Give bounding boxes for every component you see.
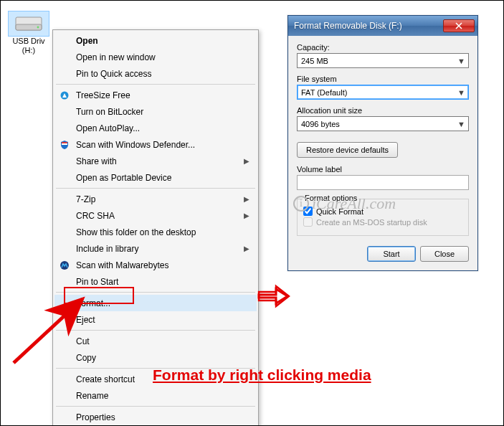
chevron-right-icon: ▶ — [244, 245, 249, 252]
menu-item-eject[interactable]: Eject — [54, 311, 257, 328]
capacity-select[interactable]: 245 MB ▼ — [297, 53, 469, 68]
filesystem-label: File system — [297, 75, 469, 83]
menu-item-7-zip[interactable]: 7-Zip▶ — [54, 191, 257, 207]
dialog-titlebar[interactable]: Format Removable Disk (F:) — [288, 16, 477, 36]
volume-label-label: Volume label — [297, 165, 469, 174]
menu-item-turn-on-bitlocker[interactable]: Turn on BitLocker — [54, 103, 257, 120]
quick-format-input[interactable] — [303, 207, 313, 216]
annotation-caption: Format by right clicking media — [153, 366, 371, 384]
menu-item-label: Create shortcut — [76, 374, 135, 384]
menu-item-label: Open in new window — [76, 52, 156, 62]
menu-item-open-autoplay[interactable]: Open AutoPlay... — [54, 120, 257, 136]
menu-separator — [56, 330, 255, 331]
menu-item-pin-to-quick-access[interactable]: Pin to Quick access — [54, 65, 257, 82]
chevron-down-icon: ▼ — [456, 87, 467, 98]
close-button[interactable] — [443, 19, 475, 32]
allocation-select[interactable]: 4096 bytes ▼ — [297, 116, 469, 131]
menu-separator — [56, 292, 255, 293]
quick-format-checkbox[interactable]: Quick Format — [303, 207, 462, 216]
chevron-right-icon: ▶ — [244, 195, 249, 203]
format-dialog: Format Removable Disk (F:) Capacity: 245… — [287, 15, 478, 271]
close-icon — [455, 22, 462, 29]
dialog-title: Format Removable Disk (F:) — [294, 21, 402, 31]
menu-item-format[interactable]: Format... — [54, 295, 257, 311]
menu-item-label: Turn on BitLocker — [76, 107, 143, 117]
menu-item-share-with[interactable]: Share with▶ — [54, 153, 257, 169]
menu-item-label: Eject — [76, 315, 95, 325]
menu-item-cut[interactable]: Cut — [54, 333, 257, 349]
treesize-icon — [59, 90, 70, 101]
menu-item-label: Open as Portable Device — [76, 173, 171, 183]
menu-item-label: Show this folder on the desktop — [76, 227, 196, 237]
menu-item-label: Open AutoPlay... — [76, 123, 140, 133]
chevron-down-icon: ▼ — [456, 118, 467, 129]
filesystem-select[interactable]: FAT (Default) ▼ — [297, 85, 469, 100]
menu-item-label: Cut — [76, 336, 90, 346]
menu-item-label: Copy — [76, 353, 96, 363]
msdos-checkbox: Create an MS-DOS startup disk — [303, 217, 462, 227]
menu-item-include-in-library[interactable]: Include in library▶ — [54, 240, 257, 257]
menu-item-open[interactable]: Open — [54, 32, 257, 49]
menu-item-label: TreeSize Free — [76, 90, 130, 100]
menu-separator — [56, 188, 255, 189]
menu-item-pin-to-start[interactable]: Pin to Start — [54, 273, 257, 290]
format-options-legend: Format options — [303, 194, 359, 202]
capacity-label: Capacity: — [297, 43, 469, 52]
close-dialog-button[interactable]: Close — [420, 246, 469, 262]
allocation-value: 4096 bytes — [301, 120, 340, 128]
menu-item-label: Rename — [76, 391, 108, 401]
menu-separator — [56, 84, 255, 85]
menu-item-label: 7-Zip — [76, 194, 95, 204]
format-options-group: Format options Quick Format Create an MS… — [297, 199, 469, 236]
defender-icon — [59, 139, 70, 151]
menu-item-scan-with-windows-defender[interactable]: Scan with Windows Defender... — [54, 136, 257, 153]
menu-item-label: Open — [76, 36, 98, 46]
menu-item-properties[interactable]: Properties — [54, 409, 257, 425]
menu-item-show-this-folder-on-the-desktop[interactable]: Show this folder on the desktop — [54, 224, 257, 240]
menu-item-label: Scan with Malwarebytes — [76, 260, 168, 270]
start-button[interactable]: Start — [367, 246, 416, 262]
chevron-down-icon: ▼ — [456, 55, 467, 66]
allocation-label: Allocation unit size — [297, 106, 469, 115]
menu-item-open-as-portable-device[interactable]: Open as Portable Device — [54, 169, 257, 186]
msdos-input — [303, 217, 313, 227]
menu-item-label: Format... — [76, 298, 110, 308]
menu-item-scan-with-malwarebytes[interactable]: Scan with Malwarebytes — [54, 257, 257, 273]
menu-item-label: Pin to Quick access — [76, 69, 151, 79]
restore-defaults-button[interactable]: Restore device defaults — [297, 142, 398, 158]
menu-item-label: Share with — [76, 156, 117, 166]
chevron-right-icon: ▶ — [244, 212, 249, 219]
menu-item-label: Properties — [76, 412, 115, 422]
svg-point-2 — [37, 27, 39, 29]
capacity-value: 245 MB — [301, 57, 328, 65]
menu-item-crc-sha[interactable]: CRC SHA▶ — [54, 207, 257, 224]
svg-rect-5 — [62, 142, 67, 143]
menu-item-treesize-free[interactable]: TreeSize Free — [54, 87, 257, 103]
malwarebytes-icon — [59, 260, 70, 271]
volume-label-input[interactable] — [297, 175, 469, 190]
desktop-drive-icon[interactable]: USB Driv (H:) — [8, 11, 49, 55]
menu-separator — [56, 406, 255, 407]
hard-drive-icon — [14, 13, 43, 33]
menu-item-label: Include in library — [76, 244, 138, 254]
menu-item-copy[interactable]: Copy — [54, 349, 257, 366]
menu-item-open-in-new-window[interactable]: Open in new window — [54, 49, 257, 65]
chevron-right-icon: ▶ — [244, 157, 249, 165]
menu-item-label: Pin to Start — [76, 277, 118, 287]
filesystem-value: FAT (Default) — [301, 88, 347, 97]
menu-item-label: CRC SHA — [76, 211, 115, 221]
menu-item-rename[interactable]: Rename — [54, 387, 257, 404]
drive-label: USB Driv (H:) — [8, 37, 49, 55]
menu-item-label: Scan with Windows Defender... — [76, 140, 195, 150]
